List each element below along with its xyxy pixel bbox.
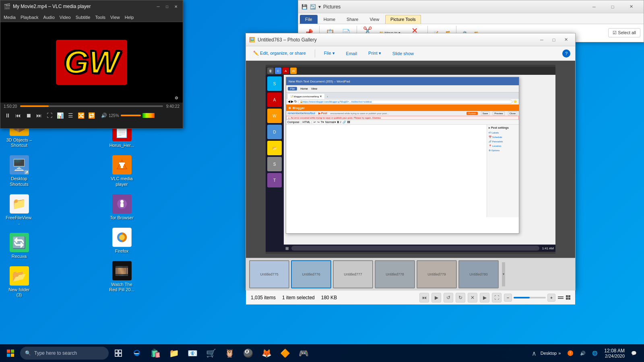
nested-close-btn[interactable]: Close (508, 111, 517, 115)
pg-thumbnail-780[interactable]: Untitled780 (458, 260, 499, 288)
desktop-icon-desktop-shortcuts[interactable]: 🖥️ ↗️ Desktop Shortcuts (4, 154, 34, 188)
nested-location-item[interactable]: 📍 Location (489, 144, 517, 147)
nested-refresh-btn[interactable]: ↻ (294, 100, 297, 103)
desktop-icon-new-folder[interactable]: 📂 New folder (3) (4, 265, 34, 299)
pg-grid-toggle[interactable] (566, 295, 570, 300)
nested-back-btn[interactable]: ◀ (288, 100, 290, 103)
ribbon-tab-view[interactable]: View (364, 15, 384, 24)
ribbon-tab-home[interactable]: Home (318, 15, 341, 24)
nested-size-btn[interactable]: Normal▾ (325, 121, 336, 124)
taskbar-mail-button[interactable]: 📧 (184, 344, 201, 362)
pg-view-toggle[interactable] (558, 296, 564, 299)
photo-gallery-minimize-button[interactable]: ─ (536, 35, 548, 44)
nested-blog-link[interactable]: rememberberless/foul (288, 112, 315, 115)
pg-thumbnail-778[interactable]: Untitled778 (375, 260, 415, 288)
taskbar-tripadvisor-button[interactable]: 🦉 (221, 344, 238, 362)
nested-redo-btn[interactable]: ↪ (317, 121, 320, 124)
pg-thumbnail-777[interactable]: Untitled777 (333, 260, 373, 288)
start-button[interactable] (2, 344, 19, 362)
vlc-menu-playback[interactable]: Playback (21, 15, 39, 20)
nested-labels-item[interactable]: 🏷 Labels (489, 132, 517, 134)
taskbar-edge-button[interactable] (128, 344, 146, 362)
pg-thumbnail-775[interactable]: Untitled775 (249, 260, 289, 288)
nested-schedule-item[interactable]: 📅 Schedule (489, 136, 517, 138)
vlc-minimize-button[interactable]: ─ (155, 3, 162, 10)
taskbar-amazon-button[interactable]: 🛒 (202, 344, 220, 362)
vlc-playlist-button[interactable]: ☰ (66, 112, 74, 119)
pictures-close-button[interactable]: ✕ (622, 0, 640, 13)
pg-zoom-out-button[interactable]: − (504, 294, 512, 302)
video-settings-icon[interactable]: ⚙ (173, 95, 180, 101)
nested-html-tab[interactable]: HTML (303, 121, 310, 123)
vlc-menu-audio[interactable]: Audio (43, 15, 55, 20)
nested-publish-btn[interactable]: Publish (466, 112, 478, 115)
taskbar-unknown-button[interactable]: 🎱 (239, 344, 257, 362)
select-all-button[interactable]: ☑ Select all (608, 28, 640, 37)
taskbar-vlc-taskbar-button[interactable]: 🔶 (276, 344, 294, 362)
vlc-next-button[interactable]: ⏭ (35, 112, 43, 119)
desktop-icon-firefox[interactable]: Firefox (107, 226, 137, 255)
desktop-icon-tor-browser[interactable]: Tor Browser (107, 193, 137, 222)
vlc-close-button[interactable]: ✕ (172, 3, 180, 10)
pg-email-button[interactable]: Email (344, 50, 360, 57)
nested-save-btn[interactable]: Save (481, 111, 490, 115)
nested-link-btn[interactable]: 🔗 (343, 121, 346, 124)
vlc-play-pause-button[interactable]: ⏸ (4, 112, 12, 119)
pg-print-button[interactable]: Print ▾ (366, 50, 384, 57)
pictures-qat-save[interactable]: 💾 (301, 4, 308, 10)
nested-undo-btn[interactable]: ↩ (314, 121, 316, 124)
nested-options-item[interactable]: ⚙ Options (489, 149, 517, 152)
tray-speaker[interactable]: 🔊 (578, 349, 588, 358)
nested-image-btn[interactable]: 🖼 (347, 121, 350, 123)
nested-italic-btn[interactable]: I (341, 121, 341, 123)
pg-first-button[interactable]: ⏮ (419, 293, 429, 302)
taskbar-store-button[interactable]: 🛍️ (147, 344, 164, 362)
photo-gallery-maximize-button[interactable]: □ (548, 35, 560, 44)
tray-desktop-text[interactable]: Desktop » (538, 349, 563, 357)
ribbon-tab-file[interactable]: File (300, 15, 318, 24)
vlc-progress-bar[interactable] (20, 105, 163, 107)
nested-font-btn[interactable]: T▾ (321, 121, 324, 124)
vlc-menu-tools[interactable]: Tools (95, 15, 105, 20)
desktop-icon-vlc[interactable]: VLC media player (107, 154, 137, 188)
pg-thumbnail-776[interactable]: Untitled776 (291, 260, 331, 288)
vlc-random-button[interactable]: 🔁 (87, 112, 95, 119)
nested-compose-tab[interactable]: Compose (287, 121, 299, 123)
desktop-icon-recuva[interactable]: 🔄 Recuva (4, 231, 34, 261)
pictures-qat-undo[interactable]: ↩️ (310, 4, 316, 10)
vlc-volume-bar[interactable] (121, 115, 141, 116)
pictures-qat-menu[interactable]: ▾ (318, 4, 321, 10)
photo-gallery-close-button[interactable]: ✕ (560, 35, 572, 44)
pg-slideshow-nav-button[interactable]: ▶ (480, 293, 489, 302)
taskbar-explorer-button[interactable]: 📁 (165, 344, 183, 362)
pg-slideshow-button[interactable]: Slide show (390, 50, 416, 57)
tray-clock[interactable]: 12:08 AM 2/24/2020 (602, 346, 627, 360)
nested-url-bar[interactable]: 🔒 https://www.blogger.com/blogger.g?blog… (298, 100, 512, 104)
pg-fit-button[interactable]: ⛶ (492, 293, 502, 302)
vlc-loop-button[interactable]: 🔀 (77, 112, 85, 119)
pg-thumbnail-779[interactable]: Untitled779 (417, 260, 457, 288)
pg-delete-button[interactable]: ✕ (468, 293, 477, 302)
tray-overflow-button[interactable]: ∧ (532, 350, 537, 357)
vlc-menu-help[interactable]: Help (125, 15, 134, 20)
nested-tab-close[interactable]: ✕ (320, 95, 322, 98)
nested-editor-main[interactable] (286, 125, 487, 217)
vlc-extended-button[interactable]: 📊 (56, 112, 64, 119)
pg-rotate-left-button[interactable]: ↺ (444, 293, 453, 302)
pg-prev-button[interactable]: ▶ (431, 293, 441, 302)
nested-forward-btn[interactable]: ▶ (291, 100, 293, 103)
pg-zoom-in-button[interactable]: + (547, 294, 555, 302)
pictures-minimize-button[interactable]: ─ (585, 0, 603, 13)
vlc-menu-video[interactable]: Video (60, 15, 71, 20)
pg-file-button[interactable]: File ▾ (322, 50, 337, 57)
tray-notification-button[interactable]: 💬 (629, 349, 639, 358)
desktop-icon-freefileview[interactable]: 📁 FreeFileView... (4, 193, 34, 227)
thumbnail-scroll-right[interactable]: ▾ (502, 262, 505, 286)
pictures-maximize-button[interactable]: □ (603, 0, 622, 13)
taskbar-search-bar[interactable]: 🔍 Type here to search (20, 347, 109, 360)
vlc-menu-media[interactable]: Media (4, 15, 16, 20)
nested-star-icon[interactable]: ⭐ (513, 100, 517, 103)
pg-help-button[interactable]: ? (562, 49, 570, 58)
taskbar-firefox-button[interactable]: 🦊 (258, 344, 275, 362)
pg-edit-organize-button[interactable]: ✏️ Edit, organize, or share (251, 50, 308, 57)
